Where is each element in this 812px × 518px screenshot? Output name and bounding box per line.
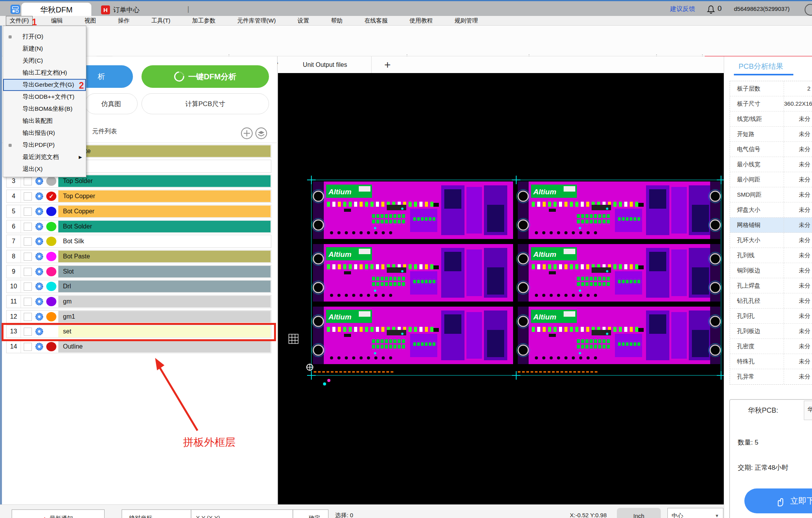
analysis-row-15[interactable]: 孔到孔未分 — [730, 309, 812, 324]
layer-visibility-icon[interactable] — [35, 267, 44, 276]
file-menu-item-2[interactable]: 关闭(C) — [3, 55, 86, 67]
analysis-row-19[interactable]: 孔异常未分 — [730, 369, 812, 384]
analysis-row-5[interactable]: 最小线宽未分 — [730, 157, 812, 172]
layer-name[interactable]: set — [58, 326, 271, 337]
layer-visibility-icon[interactable] — [35, 282, 44, 291]
file-menu-item-7[interactable]: 输出装配图 — [3, 115, 86, 127]
layer-row-bot-silk[interactable]: 7Bot Silk — [6, 235, 271, 248]
file-menu-item-0[interactable]: 打开(O) — [3, 31, 86, 43]
analysis-row-4[interactable]: 电气信号未分 — [730, 142, 812, 157]
layer-row-drl[interactable]: 10Drl — [6, 280, 271, 293]
vendor-tab[interactable]: 华 — [804, 401, 812, 420]
layer-name[interactable]: Bot Silk — [58, 235, 271, 247]
origin-select[interactable]: 中心 ▼ — [667, 508, 723, 518]
file-menu-item-3[interactable]: 输出工程文档(H) — [3, 67, 86, 79]
layer-row-bot-solder[interactable]: 6Bot Solder — [6, 220, 271, 233]
layer-checkbox[interactable] — [24, 177, 32, 185]
layer-name[interactable]: Bot Paste — [58, 251, 271, 262]
layer-name[interactable]: Bot Copper — [58, 206, 271, 217]
layer-checkbox[interactable] — [24, 253, 32, 261]
add-layer-icon[interactable] — [241, 127, 253, 141]
layer-name[interactable]: Drl — [58, 281, 271, 292]
layer-color-dot[interactable] — [46, 342, 56, 351]
layer-color-dot[interactable] — [46, 176, 56, 186]
file-menu-item-10[interactable]: 最近浏览文档▶ — [3, 151, 86, 163]
layer-row-top-copper[interactable]: 4✓Top Copper — [6, 190, 271, 203]
menubar-item-1[interactable]: 编辑 — [47, 16, 66, 25]
file-menu-item-5[interactable]: 导出ODB++文件(T) — [3, 91, 86, 103]
analysis-row-12[interactable]: 铜到板边未分 — [730, 263, 812, 278]
analysis-row-16[interactable]: 孔到板边未分 — [730, 324, 812, 339]
add-tab-button[interactable]: + — [380, 57, 395, 73]
layer-color-dot[interactable] — [46, 312, 56, 321]
layer-color-dot[interactable] — [46, 282, 56, 291]
user-id[interactable]: d56498623(5299037) — [734, 5, 789, 12]
calc-pcb-size-button[interactable]: 计算PCB尺寸 — [141, 93, 269, 114]
menubar-item-6[interactable]: 元件库管理(W) — [234, 16, 279, 25]
layer-checkbox[interactable] — [24, 313, 32, 321]
layer-checkbox[interactable] — [24, 208, 32, 216]
layer-row-gm1[interactable]: 12gm1 — [6, 310, 271, 323]
analysis-row-8[interactable]: 焊盘大小未分 — [730, 202, 812, 218]
layer-checkbox[interactable] — [24, 223, 32, 231]
layer-visibility-icon[interactable] — [35, 222, 44, 231]
file-menu-item-4[interactable]: 导出Gerber文件(G) — [3, 79, 86, 91]
unit-toggle-button[interactable]: Inch — [617, 508, 661, 518]
layer-stack-icon[interactable] — [255, 127, 267, 141]
simulation-button[interactable]: 仿真图 — [85, 93, 138, 114]
tab-app[interactable]: 华秋DFM — [21, 3, 91, 17]
layer-name[interactable]: Top Copper — [58, 190, 271, 202]
file-menu-item-9[interactable]: 导出PDF(P) — [3, 139, 86, 151]
layer-name[interactable]: Top Paste — [58, 145, 271, 157]
analysis-row-7[interactable]: SMD间距未分 — [730, 187, 812, 202]
menubar-item-0[interactable]: 文件(F) — [6, 16, 33, 26]
analysis-row-6[interactable]: 最小间距未分 — [730, 172, 812, 187]
layer-row-outline[interactable]: 14Outline — [6, 340, 271, 353]
layer-color-dot[interactable]: ✓ — [46, 192, 56, 201]
layer-color-dot[interactable] — [46, 267, 56, 276]
menubar-item-9[interactable]: 在线客服 — [361, 16, 391, 25]
menubar-item-3[interactable]: 操作 — [114, 16, 133, 25]
layer-checkbox[interactable] — [24, 283, 32, 291]
file-menu-item-11[interactable]: 退出(X) — [3, 163, 86, 175]
analysis-row-0[interactable]: 板子层数2 — [730, 81, 812, 96]
pcb-canvas[interactable]: AltiumAltiumAltiumAltiumAltiumAltium — [278, 73, 724, 504]
analysis-row-2[interactable]: 线宽/线距未分 — [730, 112, 812, 127]
layer-row-bot-copper[interactable]: 5Bot Copper — [6, 205, 271, 218]
file-menu-item-1[interactable]: 新建(N) — [3, 43, 86, 55]
layer-visibility-icon[interactable] — [35, 177, 44, 185]
layer-color-dot[interactable] — [46, 237, 56, 246]
layer-name[interactable]: Top Silk — [58, 160, 271, 172]
layer-color-dot[interactable] — [46, 222, 56, 231]
analysis-row-11[interactable]: 孔到线未分 — [730, 248, 812, 263]
analysis-row-1[interactable]: 板子尺寸360.22X16 — [730, 96, 812, 112]
layer-visibility-icon[interactable] — [35, 312, 44, 321]
menubar-item-8[interactable]: 帮助 — [327, 16, 346, 25]
confirm-button[interactable]: 确定 — [302, 515, 327, 518]
avatar[interactable] — [805, 4, 812, 16]
layer-row-gm[interactable]: 11gm — [6, 295, 271, 308]
layer-color-dot[interactable] — [46, 207, 56, 216]
notification-bell-icon[interactable] — [706, 4, 716, 16]
layer-checkbox[interactable] — [24, 298, 32, 306]
menubar-item-5[interactable]: 加工参数 — [189, 16, 219, 25]
menubar-item-4[interactable]: 工具(T) — [148, 16, 174, 25]
one-key-dfm-button[interactable]: 一键DFM分析 — [141, 65, 269, 88]
layer-checkbox[interactable] — [24, 237, 32, 246]
layer-color-dot[interactable] — [46, 252, 56, 261]
file-menu-item-6[interactable]: 导出BOM&坐标(B) — [3, 103, 86, 115]
latest-notice-button[interactable]: ♦ 最新通知 — [12, 509, 105, 518]
feedback-link[interactable]: 建议反馈 — [670, 5, 695, 13]
layer-row-set[interactable]: 13set — [6, 325, 271, 338]
tab-order-center[interactable]: H 订单中心 — [97, 3, 143, 17]
layer-name[interactable]: gm — [58, 296, 271, 307]
layer-visibility-icon[interactable] — [35, 192, 44, 201]
layer-name[interactable]: Top Solder — [58, 175, 271, 187]
analysis-row-9[interactable]: 网格铺铜未分 — [730, 218, 812, 233]
layer-checkbox[interactable] — [24, 192, 32, 201]
layer-name[interactable]: Slot — [58, 266, 271, 277]
layer-checkbox[interactable] — [24, 343, 32, 351]
file-menu-item-8[interactable]: 输出报告(R) — [3, 127, 86, 139]
layer-visibility-icon[interactable] — [35, 327, 44, 336]
layer-name[interactable]: Outline — [58, 341, 271, 352]
